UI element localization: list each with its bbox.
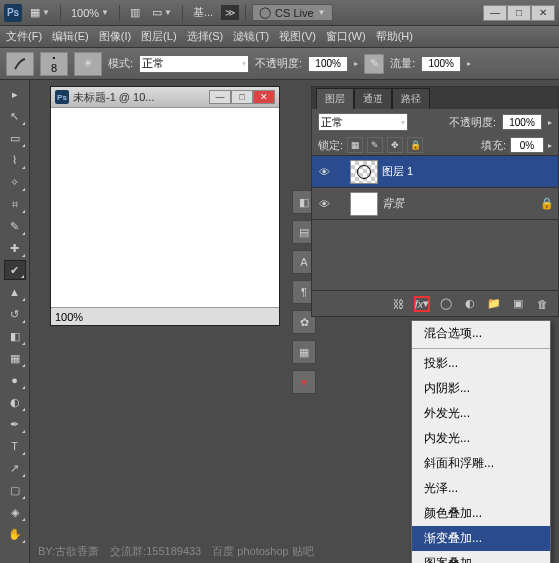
flow-input[interactable] bbox=[421, 56, 461, 72]
opacity-flyout[interactable]: ▸ bbox=[354, 59, 358, 68]
type-tool[interactable]: T bbox=[4, 436, 26, 456]
marquee-tool[interactable]: ▭ bbox=[4, 128, 26, 148]
visibility-toggle[interactable]: 👁 bbox=[316, 164, 332, 180]
opacity-flyout-icon[interactable]: ▸ bbox=[548, 118, 552, 127]
menu-edit[interactable]: 编辑(E) bbox=[52, 29, 89, 44]
brush-tool[interactable]: ✔ bbox=[4, 260, 26, 280]
flow-flyout[interactable]: ▸ bbox=[467, 59, 471, 68]
menu-select[interactable]: 选择(S) bbox=[187, 29, 224, 44]
canvas-area: Ps 未标题-1 @ 10... — □ ✕ 100% ◧ ▤ A ¶ ✿ ▦ … bbox=[30, 80, 559, 563]
fx-item-pattern-overlay[interactable]: 图案叠加... bbox=[412, 551, 550, 563]
wand-tool[interactable]: ✧ bbox=[4, 172, 26, 192]
hand-tool[interactable]: ✋ bbox=[4, 524, 26, 544]
fx-item-outer-glow[interactable]: 外发光... bbox=[412, 401, 550, 426]
tab-layers[interactable]: 图层 bbox=[316, 88, 354, 109]
expand-icon[interactable]: ≫ bbox=[221, 5, 239, 20]
document-titlebar[interactable]: Ps 未标题-1 @ 10... — □ ✕ bbox=[51, 87, 279, 107]
canvas[interactable] bbox=[51, 107, 279, 307]
fx-item-drop-shadow[interactable]: 投影... bbox=[412, 351, 550, 376]
delete-layer-icon[interactable]: 🗑 bbox=[534, 296, 550, 312]
layer-opacity-input[interactable] bbox=[502, 114, 542, 130]
brush-preset-picker[interactable]: •8 bbox=[40, 52, 68, 76]
workspace-switcher[interactable]: 基... bbox=[189, 3, 217, 22]
history-brush-tool[interactable]: ↺ bbox=[4, 304, 26, 324]
blend-mode-select[interactable]: 正常▾ bbox=[139, 55, 249, 73]
tablet-pressure-opacity[interactable]: ✎ bbox=[364, 54, 384, 74]
layer-row[interactable]: 👁 背景 🔒 bbox=[312, 188, 558, 220]
heal-tool[interactable]: ✚ bbox=[4, 238, 26, 258]
view-extras-button[interactable]: ▥ bbox=[126, 4, 144, 21]
stamp-tool[interactable]: ▲ bbox=[4, 282, 26, 302]
zoom-level[interactable]: 100%▼ bbox=[67, 5, 113, 21]
layer-fx-button[interactable]: fx▾ bbox=[414, 296, 430, 312]
lock-position-icon[interactable]: ✥ bbox=[387, 137, 403, 153]
cs-live-button[interactable]: ◯ CS Live ▼ bbox=[252, 4, 332, 21]
mode-label: 模式: bbox=[108, 56, 133, 71]
blur-tool[interactable]: ● bbox=[4, 370, 26, 390]
adjustment-layer-icon[interactable]: ◐ bbox=[462, 296, 478, 312]
link-layers-icon[interactable]: ⛓ bbox=[390, 296, 406, 312]
bridge-button[interactable]: ▦▼ bbox=[26, 4, 54, 21]
menu-layer[interactable]: 图层(L) bbox=[141, 29, 176, 44]
fx-item-inner-shadow[interactable]: 内阴影... bbox=[412, 376, 550, 401]
fx-item-blending-options[interactable]: 混合选项... bbox=[412, 321, 550, 346]
layer-thumbnail[interactable] bbox=[350, 192, 378, 216]
menu-view[interactable]: 视图(V) bbox=[279, 29, 316, 44]
new-layer-icon[interactable]: ▣ bbox=[510, 296, 526, 312]
lock-all-icon[interactable]: 🔒 bbox=[407, 137, 423, 153]
menu-window[interactable]: 窗口(W) bbox=[326, 29, 366, 44]
layer-blend-mode-select[interactable]: 正常▾ bbox=[318, 113, 408, 131]
separator bbox=[182, 5, 183, 21]
3d-tool[interactable]: ◈ bbox=[4, 502, 26, 522]
layer-thumbnail[interactable] bbox=[350, 160, 378, 184]
tab-paths[interactable]: 路径 bbox=[392, 88, 430, 109]
app-titlebar: Ps ▦▼ 100%▼ ▥ ▭▼ 基... ≫ ◯ CS Live ▼ — □ … bbox=[0, 0, 559, 26]
fx-item-satin[interactable]: 光泽... bbox=[412, 476, 550, 501]
close-button[interactable]: ✕ bbox=[531, 5, 555, 21]
menu-help[interactable]: 帮助(H) bbox=[376, 29, 413, 44]
document-window[interactable]: Ps 未标题-1 @ 10... — □ ✕ 100% bbox=[50, 86, 280, 326]
swatches-panel-icon[interactable]: ▦ bbox=[292, 340, 316, 364]
eyedropper-tool[interactable]: ✎ bbox=[4, 216, 26, 236]
layer-mask-icon[interactable]: ◯ bbox=[438, 296, 454, 312]
fill-flyout-icon[interactable]: ▸ bbox=[548, 141, 552, 150]
pen-tool[interactable]: ✒ bbox=[4, 414, 26, 434]
group-icon[interactable]: 📁 bbox=[486, 296, 502, 312]
lock-pixels-icon[interactable]: ✎ bbox=[367, 137, 383, 153]
tab-channels[interactable]: 通道 bbox=[354, 88, 392, 109]
gradient-tool[interactable]: ▦ bbox=[4, 348, 26, 368]
minimize-button[interactable]: — bbox=[483, 5, 507, 21]
fx-item-gradient-overlay[interactable]: 渐变叠加... bbox=[412, 526, 550, 551]
tool-preset-picker[interactable] bbox=[6, 52, 34, 76]
lock-icon: 🔒 bbox=[540, 197, 554, 210]
menu-filter[interactable]: 滤镜(T) bbox=[233, 29, 269, 44]
layer-row[interactable]: 👁 图层 1 bbox=[312, 156, 558, 188]
layer-name[interactable]: 图层 1 bbox=[382, 164, 413, 179]
move-tool[interactable]: ↖ bbox=[4, 106, 26, 126]
lock-transparency-icon[interactable]: ▦ bbox=[347, 137, 363, 153]
opacity-input[interactable] bbox=[308, 56, 348, 72]
doc-minimize-button[interactable]: — bbox=[209, 90, 231, 104]
layer-name[interactable]: 背景 bbox=[382, 196, 404, 211]
shape-tool[interactable]: ▢ bbox=[4, 480, 26, 500]
fx-item-bevel-emboss[interactable]: 斜面和浮雕... bbox=[412, 451, 550, 476]
maximize-button[interactable]: □ bbox=[507, 5, 531, 21]
path-select-tool[interactable]: ↗ bbox=[4, 458, 26, 478]
doc-maximize-button[interactable]: □ bbox=[231, 90, 253, 104]
menu-file[interactable]: 文件(F) bbox=[6, 29, 42, 44]
visibility-toggle[interactable]: 👁 bbox=[316, 196, 332, 212]
menu-image[interactable]: 图像(I) bbox=[99, 29, 131, 44]
dodge-tool[interactable]: ◐ bbox=[4, 392, 26, 412]
fill-input[interactable] bbox=[510, 137, 544, 153]
styles-panel-icon[interactable]: ♥ bbox=[292, 370, 316, 394]
brush-panel-toggle[interactable]: ☀ bbox=[74, 52, 102, 76]
doc-close-button[interactable]: ✕ bbox=[253, 90, 275, 104]
lasso-tool[interactable]: ⌇ bbox=[4, 150, 26, 170]
fx-item-inner-glow[interactable]: 内发光... bbox=[412, 426, 550, 451]
collapse-icon[interactable]: ▸ bbox=[4, 84, 26, 104]
fx-item-color-overlay[interactable]: 颜色叠加... bbox=[412, 501, 550, 526]
crop-tool[interactable]: ⌗ bbox=[4, 194, 26, 214]
doc-zoom[interactable]: 100% bbox=[55, 311, 83, 323]
eraser-tool[interactable]: ◧ bbox=[4, 326, 26, 346]
screen-mode-button[interactable]: ▭▼ bbox=[148, 4, 176, 21]
